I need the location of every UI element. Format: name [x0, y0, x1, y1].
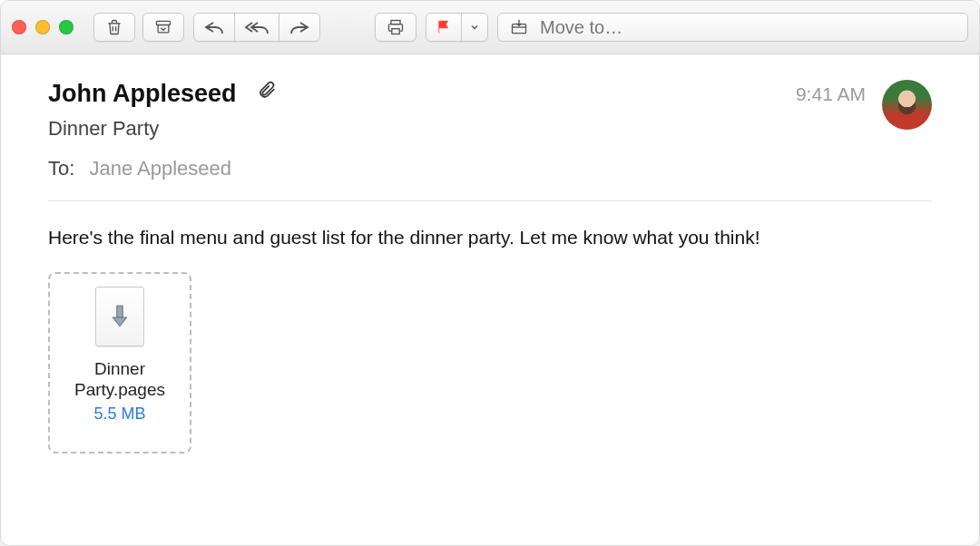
header-divider — [48, 200, 932, 201]
reply-all-button[interactable] — [234, 13, 279, 42]
forward-button[interactable] — [279, 13, 320, 42]
minimize-window-button[interactable] — [35, 20, 50, 34]
flag-icon — [436, 19, 452, 35]
archive-icon — [153, 18, 173, 36]
message-content: John Appleseed Dinner Party To: Jane App… — [1, 54, 979, 545]
move-to-icon — [509, 18, 529, 36]
svg-rect-4 — [117, 307, 122, 318]
attachment-size: 5.5 MB — [93, 405, 145, 424]
svg-rect-0 — [157, 21, 171, 24]
move-to-label: Move to… — [540, 17, 622, 38]
chevron-down-icon — [469, 22, 480, 33]
sender-avatar[interactable] — [882, 80, 932, 130]
to-label: To: — [48, 157, 74, 180]
flag-button[interactable] — [426, 13, 462, 42]
flag-group — [426, 13, 488, 42]
delete-group — [93, 13, 184, 42]
message-body: Here's the final menu and guest list for… — [48, 225, 932, 250]
toolbar: Move to… — [1, 1, 979, 54]
recipient-name: Jane Appleseed — [89, 157, 231, 180]
zoom-window-button[interactable] — [59, 20, 74, 34]
paperclip-icon — [257, 80, 277, 100]
sender-name: John Appleseed — [48, 80, 237, 108]
attachment-file-icon — [95, 287, 144, 346]
forward-icon — [289, 19, 310, 35]
message-header: John Appleseed Dinner Party To: Jane App… — [48, 80, 932, 180]
reply-group — [193, 13, 320, 42]
attachment[interactable]: Dinner Party.pages 5.5 MB — [48, 272, 191, 453]
printer-icon — [385, 18, 407, 36]
svg-rect-2 — [392, 29, 399, 34]
reply-all-icon — [244, 19, 270, 35]
reply-button[interactable] — [193, 13, 235, 42]
subject-line: Dinner Party — [48, 117, 796, 141]
download-arrow-icon — [108, 303, 132, 330]
to-line: To: Jane Appleseed — [48, 157, 796, 180]
trash-icon — [105, 18, 123, 36]
mail-message-window: Move to… John Appleseed Dinner Party To:… — [0, 0, 980, 546]
delete-button[interactable] — [93, 13, 135, 42]
timestamp: 9:41 AM — [796, 83, 866, 105]
window-controls — [12, 20, 74, 34]
print-button[interactable] — [375, 13, 416, 42]
archive-button[interactable] — [142, 13, 184, 42]
reply-icon — [203, 19, 225, 35]
move-to-button[interactable]: Move to… — [497, 13, 968, 42]
attachment-name: Dinner Party.pages — [57, 359, 182, 401]
close-window-button[interactable] — [12, 20, 26, 34]
flag-menu-button[interactable] — [461, 13, 488, 42]
